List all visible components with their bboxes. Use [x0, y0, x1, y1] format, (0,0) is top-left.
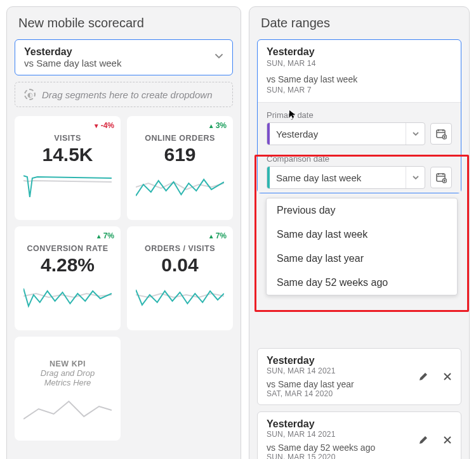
dropdown-item[interactable]: Same day last year [267, 247, 457, 271]
calendar-add-button[interactable] [430, 123, 452, 145]
delta-badge: ▲7% [208, 231, 227, 240]
chevron-down-icon [406, 123, 425, 145]
date-range-card-active[interactable]: Yesterday SUN, MAR 14 vs Same day last w… [257, 39, 461, 193]
placeholder-sub2: Metrics Here [20, 378, 116, 387]
range-sub-label: vs Same day last week [24, 58, 208, 68]
range-vs-sub: SUN, MAR 15 2020 [267, 453, 452, 459]
date-ranges-title: Date ranges [261, 16, 460, 30]
comparison-date-value: Same day last week [270, 172, 406, 183]
chevron-down-icon [215, 52, 223, 63]
active-vs-label: vs Same day last week [267, 74, 452, 84]
placeholder-title: NEW KPI [20, 359, 116, 368]
kpi-tile-placeholder[interactable]: NEW KPI Drag and Drop Metrics Here [15, 337, 121, 441]
placeholder-sub1: Drag and Drop [20, 368, 116, 378]
close-icon[interactable] [440, 433, 454, 447]
kpi-tile-visits[interactable]: ▼-4% VISITS 14.5K [15, 116, 121, 220]
kpi-value: 0.04 [132, 254, 228, 276]
kpi-value: 4.28% [20, 254, 116, 276]
range-title: Yesterday [267, 355, 452, 366]
kpi-label: VISITS [20, 134, 116, 143]
date-range-card[interactable]: Yesterday SUN, MAR 14 2021 vs Same day 5… [257, 411, 461, 459]
scorecard-title: New mobile scorecard [18, 16, 232, 30]
range-vs-sub: SAT, MAR 14 2020 [267, 389, 452, 398]
date-range-card[interactable]: Yesterday SUN, MAR 14 2021 vs Same day l… [257, 348, 461, 405]
kpi-label: ORDERS / VISITS [132, 244, 228, 253]
primary-date-value: Yesterday [270, 129, 406, 139]
edit-icon[interactable] [416, 370, 430, 384]
sparkline [23, 280, 112, 313]
edit-icon[interactable] [416, 433, 430, 447]
kpi-value: 619 [132, 144, 228, 165]
comparison-date-label: Comparison date [267, 154, 461, 164]
delta-badge: ▲7% [96, 231, 114, 240]
delta-badge: ▼-4% [93, 121, 114, 130]
kpi-label: CONVERSION RATE [20, 244, 116, 253]
sparkline [136, 280, 224, 313]
close-icon[interactable] [440, 370, 454, 384]
comparison-date-dropdown-menu: Previous day Same day last week Same day… [266, 198, 458, 295]
sparkline [23, 169, 112, 202]
dropdown-item[interactable]: Same day 52 weeks ago [267, 271, 457, 295]
kpi-tile-online-orders[interactable]: ▲3% ONLINE ORDERS 619 [127, 116, 233, 220]
active-primary-title: Yesterday [267, 46, 452, 58]
primary-date-label: Primary date [267, 110, 461, 120]
comparison-date-block: Comparison date Same day last week [258, 150, 461, 190]
kpi-label: ONLINE ORDERS [132, 134, 228, 143]
calendar-add-button[interactable] [430, 167, 452, 188]
kpi-value: 14.5K [20, 144, 116, 165]
kpi-tile-orders-visits[interactable]: ▲7% ORDERS / VISITS 0.04 [127, 226, 233, 330]
sparkline [136, 169, 224, 202]
range-primary-label: Yesterday [24, 46, 208, 58]
sparkline [23, 391, 112, 424]
range-title: Yesterday [267, 418, 452, 430]
kpi-tile-conversion-rate[interactable]: ▲7% CONVERSION RATE 4.28% [15, 226, 121, 330]
active-vs-sub: SUN, MAR 7 [267, 86, 452, 94]
primary-date-select[interactable]: Yesterday [267, 122, 425, 145]
dropdown-item[interactable]: Previous day [267, 198, 457, 223]
chevron-down-icon [406, 167, 425, 188]
date-range-dropdown[interactable]: Yesterday vs Same day last week [15, 39, 233, 75]
delta-badge: ▲3% [208, 121, 227, 130]
dropdown-item[interactable]: Same day last week [267, 223, 457, 247]
segments-drop-zone[interactable]: ◐ Drag segments here to create dropdown [15, 82, 233, 107]
segment-icon: ◐ [24, 89, 36, 100]
drop-zone-text: Drag segments here to create dropdown [42, 89, 212, 100]
comparison-date-select[interactable]: Same day last week [267, 166, 425, 189]
active-primary-sub: SUN, MAR 14 [267, 59, 452, 68]
